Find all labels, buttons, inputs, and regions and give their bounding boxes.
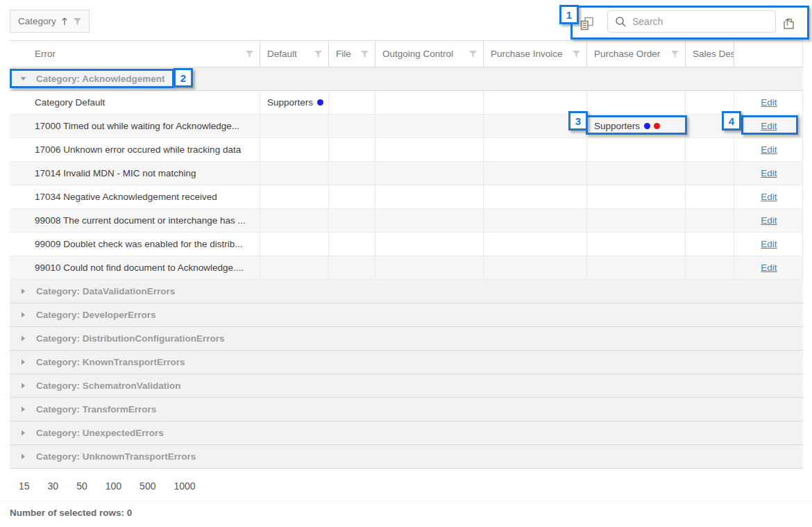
chevron-down-icon[interactable]	[10, 76, 36, 81]
page-size-option[interactable]: 100	[105, 480, 121, 492]
supporter-dot-blue	[644, 123, 650, 129]
group-row-datavalidationerrors[interactable]: Category: DataValidationErrors	[10, 280, 803, 303]
edit-link[interactable]: Edit	[761, 262, 777, 273]
page-size-option[interactable]: 500	[139, 480, 155, 492]
page-size-option[interactable]: 50	[76, 480, 87, 492]
column-header-label: Outgoing Control	[382, 49, 453, 59]
edit-link[interactable]: Edit	[761, 168, 777, 178]
outgoing-control-cell	[375, 115, 484, 137]
error-cell: Category Default	[10, 91, 260, 114]
edit-cell: Edit	[734, 256, 803, 279]
file-cell	[329, 162, 375, 185]
column-chooser-button[interactable]	[579, 15, 600, 33]
column-chooser-icon	[579, 15, 600, 32]
error-cell: 99009 Doublet check was enabled for the …	[10, 233, 260, 256]
filter-icon[interactable]	[568, 50, 581, 58]
purchase-invoice-cell	[484, 256, 587, 279]
purchase-invoice-cell	[484, 115, 587, 137]
group-label: Category: TransformErrors	[36, 404, 156, 415]
sales-despatch-cell	[686, 185, 734, 208]
chevron-right-icon[interactable]	[10, 335, 36, 342]
column-header-error[interactable]: Error	[10, 41, 260, 67]
purchase-order-cell	[587, 233, 686, 256]
data-grid: Error Default File Outgoing Control Purc…	[10, 40, 803, 469]
purchase-order-cell	[587, 162, 686, 185]
group-row-transformerrors[interactable]: Category: TransformErrors	[10, 398, 803, 421]
page-size-option[interactable]: 15	[19, 480, 30, 492]
page-size-option[interactable]: 30	[48, 480, 59, 492]
group-chip-category[interactable]: Category	[10, 10, 90, 33]
group-row-unexpectederrors[interactable]: Category: UnexpectedErrors	[10, 421, 803, 445]
group-label: Category: DataValidationErrors	[36, 286, 175, 296]
filter-icon[interactable]	[464, 50, 477, 58]
chevron-right-icon[interactable]	[10, 312, 36, 318]
page-size-option[interactable]: 1000	[174, 480, 195, 492]
chevron-right-icon[interactable]	[10, 359, 36, 365]
outgoing-control-cell	[375, 185, 484, 208]
export-button[interactable]	[781, 15, 800, 32]
table-row[interactable]: 17014 Invalid MDN - MIC not matching Edi…	[10, 162, 803, 185]
column-header-default[interactable]: Default	[260, 41, 329, 67]
column-header-label: Error	[35, 49, 56, 59]
table-row[interactable]: 17000 Timed out while waiting for Acknow…	[10, 115, 803, 138]
error-cell: 99008 The current document or interchang…	[10, 209, 260, 232]
purchase-invoice-cell	[484, 162, 587, 185]
group-row-distributionconfigurationerrors[interactable]: Category: DistributionConfigurationError…	[10, 327, 803, 351]
sales-despatch-cell	[686, 91, 734, 114]
group-row-knowntransporterrors[interactable]: Category: KnownTransportErrors	[10, 351, 803, 374]
column-header-purchase-order[interactable]: Purchase Order	[587, 41, 686, 67]
search-input[interactable]	[632, 16, 770, 27]
table-row[interactable]: 17034 Negative Acknowledgement received …	[10, 185, 803, 209]
chevron-right-icon[interactable]	[10, 288, 36, 294]
supporters-label: Supporters	[594, 121, 640, 131]
filter-icon[interactable]	[666, 50, 679, 58]
table-row[interactable]: 99008 The current document or interchang…	[10, 209, 803, 233]
file-cell	[329, 209, 375, 232]
file-cell	[329, 233, 375, 256]
chevron-right-icon[interactable]	[10, 406, 36, 412]
table-row[interactable]: 17006 Unknown error occured while tracki…	[10, 138, 803, 162]
group-row-schematronvalidation[interactable]: Category: SchematronValidation	[10, 374, 803, 398]
chevron-right-icon[interactable]	[10, 453, 36, 460]
filter-icon[interactable]	[310, 50, 323, 58]
edit-cell: Edit	[734, 233, 803, 256]
column-header-file[interactable]: File	[329, 41, 375, 67]
table-row[interactable]: Category Default Supporters Edit	[10, 91, 803, 115]
supporters-label: Supporters	[267, 97, 313, 108]
chevron-right-icon[interactable]	[10, 383, 36, 389]
filter-icon[interactable]	[73, 17, 82, 26]
group-row-developererrors[interactable]: Category: DeveloperErrors	[10, 303, 803, 327]
edit-link[interactable]: Edit	[761, 97, 777, 108]
group-label: Category: DistributionConfigurationError…	[36, 333, 225, 344]
column-header-label: Default	[267, 49, 297, 59]
edit-link[interactable]: Edit	[761, 215, 777, 226]
column-header-edit	[734, 41, 803, 67]
sales-despatch-cell	[686, 162, 734, 185]
purchase-order-cell	[587, 91, 686, 114]
filter-icon[interactable]	[241, 50, 254, 58]
edit-link[interactable]: Edit	[761, 144, 777, 155]
error-configuration-grid-page: Category	[0, 0, 812, 527]
outgoing-control-cell	[375, 209, 484, 232]
error-cell: 17014 Invalid MDN - MIC not matching	[10, 162, 260, 185]
column-header-purchase-invoice[interactable]: Purchase Invoice	[484, 41, 587, 67]
group-row-acknowledgement[interactable]: Category: Acknowledgement	[10, 67, 803, 91]
filter-icon[interactable]	[356, 50, 369, 58]
file-cell	[329, 185, 375, 208]
default-cell	[260, 162, 329, 185]
edit-link[interactable]: Edit	[761, 121, 777, 131]
edit-link[interactable]: Edit	[761, 192, 777, 202]
edit-cell: Edit	[734, 138, 803, 161]
edit-cell: Edit	[734, 185, 803, 208]
group-row-unknowntransporterrors[interactable]: Category: UnknownTransportErrors	[10, 445, 803, 469]
page-size-selector: 15 30 50 100 500 1000	[10, 480, 812, 492]
edit-link[interactable]: Edit	[761, 239, 777, 249]
table-row[interactable]: 99010 Could not find document to Acknowl…	[10, 256, 803, 280]
column-header-sales-despatch[interactable]: Sales Desp	[686, 41, 734, 67]
column-header-outgoing-control[interactable]: Outgoing Control	[375, 41, 484, 67]
table-row[interactable]: 99009 Doublet check was enabled for the …	[10, 233, 803, 256]
file-cell	[329, 91, 375, 114]
chevron-right-icon[interactable]	[10, 430, 36, 436]
purchase-invoice-cell	[484, 233, 587, 256]
sales-despatch-cell	[686, 233, 734, 256]
